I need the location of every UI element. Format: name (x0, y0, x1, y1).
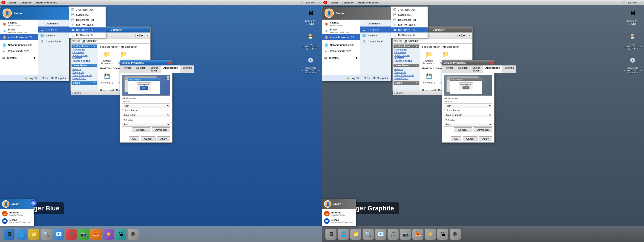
dock-safari-blue[interactable]: 🌐 (16, 229, 27, 240)
menu-computer-g[interactable]: Computer (340, 1, 356, 4)
tab-screensaver-graphite[interactable]: Screen Saver (470, 65, 483, 73)
color-scheme-select-blue[interactable]: Apple - Blue (122, 113, 170, 117)
address-value-blue[interactable]: 💻 Computer (81, 39, 149, 43)
menu-javier[interactable]: Javier (7, 1, 18, 4)
submenu-cdrw[interactable]: 💿 CD-RW Drive (E:) (69, 22, 106, 27)
sm-right-network[interactable]: 🌐 Network (38, 33, 69, 39)
turnoff-button-g[interactable]: ⏻ Turn Off Computer (363, 76, 389, 80)
dock-firefox-g[interactable]: 🦊 (412, 229, 424, 240)
sm-item-network-g[interactable]: 🌐 Network Connections (322, 42, 360, 48)
sm-right-documents[interactable]: 📄 Documents (38, 21, 69, 27)
up-btn-g[interactable]: ⬆ (467, 34, 471, 37)
logoff-button-g[interactable]: 🔓 Log Off (346, 76, 360, 80)
dock-folder-g[interactable]: 📁 (350, 229, 361, 240)
control-panel-link[interactable]: Control Panel (72, 77, 97, 80)
dock-trash-g[interactable]: 🗑 (450, 229, 461, 240)
submenu-documents-g[interactable]: 💾 Documents (D:) (391, 17, 428, 22)
system-tasks-header-g[interactable]: System Tasks ▲ (394, 45, 419, 48)
sm-item-internet-g[interactable]: 🦊 InternetMozilla Firefox (322, 21, 360, 27)
menu-javier-g[interactable]: Javier (329, 1, 340, 4)
sm-item-network[interactable]: 🌐 Network Connections (0, 42, 38, 48)
dock-photo-g[interactable]: 📷 (400, 229, 411, 240)
logoff-button[interactable]: 🔓 Log Off (24, 76, 38, 80)
dock-safari-g[interactable]: 🌐 (338, 229, 349, 240)
submenu-dvd[interactable]: 💿 DVD Drive (F:) (69, 27, 106, 33)
sm-item-internet[interactable]: 🦊 InternetMozilla Firefox (0, 21, 38, 27)
tab-screensaver-blue[interactable]: Screen Saver (148, 65, 161, 73)
windows-buttons-select-blue[interactable]: Tiger (122, 103, 170, 108)
desktop-icon-system[interactable]: 💾 System10.0 GB of 57.2 GB82.5% free (302, 30, 320, 50)
menu-photoshop[interactable]: Adobe Photoshop (34, 1, 59, 4)
shared-docs-icon-g[interactable]: 📁 Shared Documents (422, 50, 436, 65)
control-panel-link-g[interactable]: Control Panel (394, 77, 419, 80)
advanced-btn-blue[interactable]: Advanced (152, 128, 170, 132)
dock-finder-g[interactable]: 🖥 (326, 229, 336, 240)
system-c-item-g[interactable]: 💾 System (C:) (422, 71, 436, 86)
dock-firefox-blue[interactable]: 🦊 (90, 229, 102, 240)
shared-docs-icon[interactable]: 📁 Shared Documents (100, 50, 114, 65)
cancel-btn-blue[interactable]: Cancel (141, 137, 156, 141)
dock-music-g[interactable]: 🎵 (388, 229, 398, 240)
documents-link[interactable]: Documents (72, 71, 97, 74)
javier-item-email-g[interactable]: 📧 E-mail Microsoft Office Outlook (322, 217, 356, 225)
tab-settings-graphite[interactable]: Settings (502, 65, 516, 73)
submenu-system[interactable]: 💾 System (C:) (69, 12, 106, 17)
dock-weather-blue[interactable]: 🌤 (115, 229, 126, 240)
desktop-icon-computer[interactable]: 🖥 ComputerJavier (302, 7, 320, 25)
dock-music-blue[interactable]: 🎵 (66, 229, 76, 240)
add-remove-link-g[interactable]: Add or remove programs (394, 54, 419, 59)
dock-flash-blue[interactable]: ⚡ (103, 229, 114, 240)
display-close-btn-blue[interactable] (168, 62, 171, 64)
view-system-link-g[interactable]: View system information (394, 48, 419, 54)
javier-item-internet-g[interactable]: 🦊 Internet Mozilla Firefox (322, 210, 356, 217)
dock-finder-blue[interactable]: 🖥 (4, 229, 14, 240)
tab-desktop-graphite[interactable]: Desktop (456, 65, 470, 73)
forward-btn[interactable]: ▶ (140, 34, 144, 37)
start-orb-blue[interactable]: ▶ (30, 200, 37, 206)
other-places-header[interactable]: Other Places ▲ (72, 64, 97, 67)
network-link[interactable]: Network (72, 68, 97, 71)
ok-btn-blue[interactable]: OK (129, 137, 140, 141)
shared-documents-link-g[interactable]: Shared Documents (394, 74, 419, 77)
change-setting-link-g[interactable]: Change a setting (394, 59, 419, 62)
dock-flash-g[interactable]: ⚡ (425, 229, 436, 240)
font-size-select-blue[interactable]: Arial (122, 122, 170, 127)
view-system-link[interactable]: View system information (72, 48, 97, 54)
dock-mail-g[interactable]: 📧 (375, 229, 386, 240)
tab-appearance-graphite[interactable]: Appearance (483, 65, 502, 73)
advanced-btn-graphite[interactable]: Advanced (474, 128, 492, 132)
turnoff-button[interactable]: ⏻ Turn Off Computer (41, 76, 67, 80)
windows-buttons-select-graphite[interactable]: Tiger (444, 103, 492, 108)
dock-mail-blue[interactable]: 📧 (53, 229, 64, 240)
effects-btn-blue[interactable]: Effects... (132, 128, 150, 132)
font-size-select-graphite[interactable]: Arial (444, 122, 492, 127)
sm-right-control[interactable]: 🎛 Control Panel (38, 39, 69, 45)
back-btn-g[interactable]: ◀ (458, 34, 462, 37)
submenu-mydocs-g[interactable]: 📄 My Documents (391, 33, 428, 38)
menubar-search-g[interactable]: 🔍 (640, 1, 642, 4)
submenu-dvd-g[interactable]: 💿 DVD Drive (F:) (391, 27, 428, 33)
dock-search-g[interactable]: 🔍 (363, 229, 374, 240)
tab-desktop-blue[interactable]: Desktop (134, 65, 148, 73)
javier-item-email[interactable]: 📧 E-mail Microsoft Office Outlook (0, 217, 34, 225)
sm-right-computer[interactable]: 💻 Computer (38, 27, 69, 33)
dock-trash-blue[interactable]: 🗑 (128, 229, 139, 240)
submenu-mydocs[interactable]: 📄 My Documents (69, 33, 106, 38)
details-header[interactable]: Details ▼ (72, 81, 97, 85)
other-places-header-g[interactable]: Other Places ▲ (394, 64, 419, 67)
desktop-icon-system-g[interactable]: 💾 System10.0 GB of 57.2 GB82.5% free (624, 30, 642, 50)
preview-ok-btn-graphite[interactable]: OK (462, 86, 470, 89)
back-btn[interactable]: ◀ (136, 34, 140, 37)
sm-item-allprograms[interactable]: All Programs ▶ (0, 56, 38, 60)
preview-ok-btn-blue[interactable]: OK (140, 86, 148, 90)
javier-item-internet[interactable]: 🦊 Internet Mozilla Firefox (0, 210, 34, 217)
sm-item-printers[interactable]: 🖨 Printers and Faxes (0, 48, 38, 54)
sm-item-printers-g[interactable]: 🖨 Printers and Faxes (322, 48, 360, 54)
add-remove-link[interactable]: Add or remove programs (72, 54, 97, 59)
desktop-icon-documents-g[interactable]: 💿 Documents35.8 GB of 74.5 GB52.4% free (624, 54, 642, 74)
submenu-system-g[interactable]: 💾 System (C:) (391, 12, 428, 17)
shared-documents-link[interactable]: Shared Documents (72, 74, 97, 77)
apple-menu-icon[interactable]: 🍎 (2, 1, 5, 4)
sm-item-email[interactable]: 📧 E-mailMicrosoft Office Outl... (0, 27, 38, 34)
documents-link-g[interactable]: Documents (394, 71, 419, 74)
